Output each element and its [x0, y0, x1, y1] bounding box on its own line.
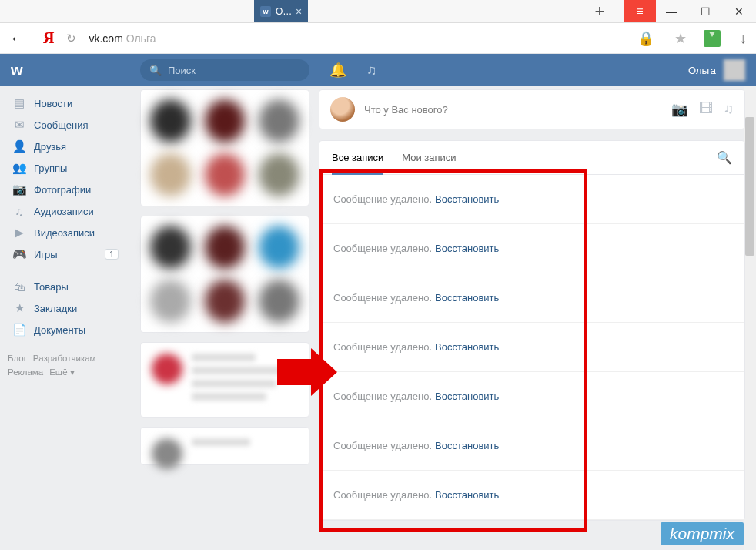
- vk-logo-icon[interactable]: w: [11, 62, 32, 79]
- url-title: Ольга: [126, 32, 156, 45]
- deleted-message: Сообщение удалено.: [333, 440, 432, 451]
- deleted-message: Сообщение удалено.: [333, 243, 432, 254]
- sidebar-item-label: Товары: [34, 281, 69, 293]
- friend-avatar[interactable]: [150, 99, 191, 143]
- sidebar-item-label: Сообщения: [34, 119, 89, 131]
- sidebar: ▤Новости ✉Сообщения 👤Друзья 👥Группы 📷Фот…: [0, 86, 131, 550]
- video-icon: ▶: [12, 226, 26, 240]
- footer-blog[interactable]: Блог: [8, 354, 27, 363]
- blurred-post: [140, 342, 309, 418]
- post-avatar: [152, 438, 182, 469]
- deleted-message: Сообщение удалено.: [333, 391, 432, 402]
- deleted-post-row: Сообщение удалено.Восстановить: [319, 421, 744, 471]
- attach-video-icon[interactable]: 🎞: [699, 101, 713, 118]
- username-label: Ольга: [688, 65, 716, 76]
- deleted-post-row: Сообщение удалено.Восстановить: [319, 471, 744, 520]
- user-menu[interactable]: Ольга: [688, 54, 745, 86]
- friend-avatar[interactable]: [259, 153, 299, 196]
- composer-placeholder: Что у Вас нового?: [364, 104, 448, 116]
- close-tab-icon[interactable]: ×: [296, 5, 302, 18]
- sidebar-item-video[interactable]: ▶Видеозаписи: [8, 222, 131, 243]
- sidebar-item-docs[interactable]: 📄Документы: [8, 319, 131, 340]
- friend-avatar[interactable]: [150, 226, 191, 269]
- sidebar-item-games[interactable]: 🎮Игры1: [8, 243, 131, 265]
- music-icon[interactable]: ♫: [366, 62, 377, 79]
- footer-dev[interactable]: Разработчикам: [33, 354, 96, 363]
- docs-icon: 📄: [12, 323, 26, 337]
- sidebar-item-photos[interactable]: 📷Фотографии: [8, 179, 131, 200]
- groups-icon: 👥: [12, 161, 26, 175]
- restore-link[interactable]: Восстановить: [435, 193, 499, 205]
- footer-ads[interactable]: Реклама: [8, 367, 43, 377]
- window-titlebar: w О… × + ≡ — ☐ ✕: [0, 0, 756, 23]
- deleted-post-row: Сообщение удалено.Восстановить: [319, 175, 744, 224]
- sidebar-item-friends[interactable]: 👤Друзья: [8, 136, 131, 157]
- restore-link[interactable]: Восстановить: [435, 391, 499, 402]
- sidebar-item-groups[interactable]: 👥Группы: [8, 157, 131, 179]
- friend-avatar[interactable]: [150, 280, 191, 323]
- close-window-button[interactable]: ✕: [722, 0, 756, 22]
- url-field[interactable]: vk.com Ольга: [89, 32, 617, 45]
- address-bar: ← Я ↻ vk.com Ольга 🔒 ★ ↓: [0, 23, 756, 54]
- sidebar-item-label: Друзья: [34, 141, 66, 153]
- back-button[interactable]: ←: [9, 29, 31, 49]
- restore-link[interactable]: Восстановить: [435, 341, 499, 353]
- yandex-logo[interactable]: Я: [43, 29, 54, 47]
- friend-avatar[interactable]: [205, 280, 246, 323]
- content-area: ▤Новости ✉Сообщения 👤Друзья 👥Группы 📷Фот…: [0, 86, 756, 550]
- extension-icon[interactable]: [704, 30, 721, 47]
- sidebar-item-goods[interactable]: 🛍Товары: [8, 276, 131, 297]
- restore-link[interactable]: Восстановить: [435, 489, 499, 501]
- deleted-post-row: Сообщение удалено.Восстановить: [319, 224, 744, 273]
- news-icon: ▤: [12, 96, 26, 110]
- reload-button[interactable]: ↻: [66, 32, 76, 45]
- friend-avatar[interactable]: [205, 226, 246, 269]
- friend-avatar[interactable]: [259, 226, 299, 269]
- search-placeholder: Поиск: [168, 65, 196, 76]
- menu-icon: ≡: [636, 5, 643, 18]
- composer[interactable]: Что у Вас нового? 📷 🎞 ♫: [319, 89, 745, 129]
- browser-menu-button[interactable]: ≡: [624, 0, 656, 22]
- tab-my-posts[interactable]: Мои записи: [402, 142, 456, 173]
- sidebar-item-label: Игры: [34, 249, 58, 260]
- restore-link[interactable]: Восстановить: [435, 243, 499, 254]
- browser-tab[interactable]: w О… ×: [254, 0, 308, 22]
- downloads-icon[interactable]: ↓: [739, 29, 747, 47]
- friend-avatar[interactable]: [205, 153, 246, 196]
- sidebar-item-label: Закладки: [34, 303, 77, 314]
- avatar: [724, 59, 745, 81]
- tab-all-posts[interactable]: Все записи: [332, 142, 383, 175]
- friend-avatar[interactable]: [259, 99, 299, 143]
- composer-avatar: [330, 97, 355, 122]
- deleted-message: Сообщение удалено.: [333, 341, 432, 353]
- attach-audio-icon[interactable]: ♫: [724, 101, 734, 118]
- sidebar-item-bookmarks[interactable]: ★Закладки: [8, 297, 131, 319]
- restore-link[interactable]: Восстановить: [435, 440, 499, 451]
- notifications-icon[interactable]: 🔔: [329, 62, 346, 79]
- wall-search-icon[interactable]: 🔍: [717, 150, 732, 165]
- lock-icon[interactable]: 🔒: [637, 30, 654, 47]
- photos-icon: 📷: [12, 183, 26, 196]
- sidebar-item-label: Фотографии: [34, 184, 91, 196]
- sidebar-item-news[interactable]: ▤Новости: [8, 92, 131, 114]
- sidebar-item-messages[interactable]: ✉Сообщения: [8, 114, 131, 136]
- maximize-button[interactable]: ☐: [688, 0, 722, 22]
- bookmarks-icon: ★: [12, 301, 26, 315]
- goods-icon: 🛍: [12, 280, 26, 293]
- deleted-post-row: Сообщение удалено.Восстановить: [319, 273, 744, 323]
- search-input[interactable]: 🔍 Поиск: [140, 59, 309, 81]
- friend-avatar[interactable]: [259, 280, 299, 323]
- friends-card: [140, 216, 309, 333]
- deleted-message: Сообщение удалено.: [333, 193, 432, 205]
- wall-tabs: Все записи Мои записи 🔍: [319, 141, 744, 175]
- friend-avatar[interactable]: [150, 153, 191, 196]
- sidebar-item-audio[interactable]: ♫Аудиозаписи: [8, 200, 131, 222]
- restore-link[interactable]: Восстановить: [435, 292, 499, 304]
- minimize-button[interactable]: —: [654, 0, 688, 22]
- new-tab-button[interactable]: +: [586, 0, 614, 22]
- games-icon: 🎮: [12, 247, 26, 261]
- friend-avatar[interactable]: [205, 99, 246, 143]
- attach-photo-icon[interactable]: 📷: [671, 101, 688, 118]
- bookmark-icon[interactable]: ★: [674, 30, 687, 47]
- footer-more[interactable]: Ещё ▾: [49, 367, 75, 377]
